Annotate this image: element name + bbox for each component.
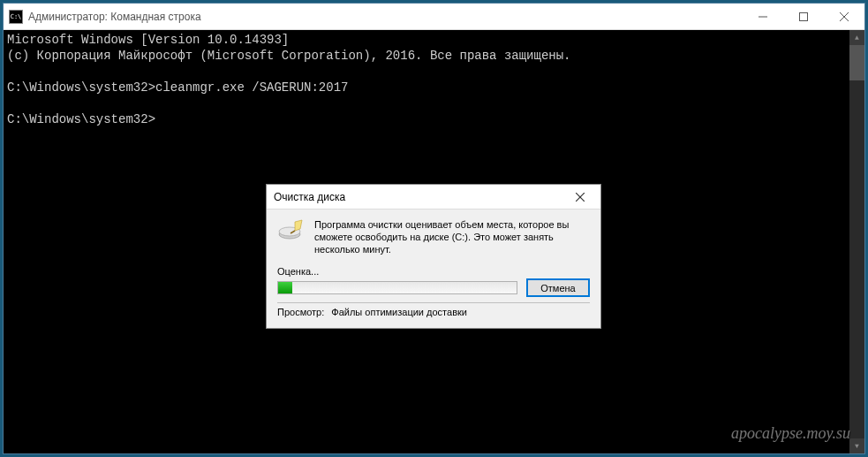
dialog-body: Программа очистки оценивает объем места,…	[267, 209, 600, 328]
progress-row: Отмена	[277, 278, 590, 297]
window-title: Администратор: Командная строка	[28, 11, 743, 23]
scrollbar[interactable]: ▲ ▼	[849, 30, 864, 453]
dialog-titlebar[interactable]: Очистка диска	[267, 185, 600, 209]
dialog-footer: Просмотр: Файлы оптимизации доставки	[277, 302, 590, 317]
svg-rect-1	[800, 12, 808, 20]
close-button[interactable]	[824, 4, 864, 29]
cancel-button[interactable]: Отмена	[526, 278, 590, 297]
scroll-up-button[interactable]: ▲	[849, 30, 864, 45]
footer-value: Файлы оптимизации доставки	[331, 307, 467, 317]
dialog-message: Программа очистки оценивает объем места,…	[314, 218, 590, 255]
console-line: C:\Windows\system32>cleanmgr.exe /SAGERU…	[7, 80, 348, 95]
maximize-button[interactable]	[783, 4, 824, 29]
console-line: Microsoft Windows [Version 10.0.14393]	[7, 33, 289, 47]
cmd-icon: C:\	[9, 10, 23, 24]
progress-bar	[277, 281, 517, 294]
dialog-info-row: Программа очистки оценивает объем места,…	[277, 218, 590, 255]
dialog-close-button[interactable]	[567, 185, 593, 209]
minimize-button[interactable]	[743, 4, 783, 29]
disk-cleanup-icon	[277, 218, 306, 243]
scroll-down-button[interactable]: ▼	[849, 438, 864, 453]
dialog-status-label: Оценка...	[277, 266, 590, 277]
watermark-text: apocalypse.moy.su	[731, 424, 850, 443]
disk-cleanup-dialog: Очистка диска Программа очистки оценивае…	[266, 184, 601, 329]
footer-label: Просмотр:	[277, 307, 324, 317]
titlebar[interactable]: C:\ Администратор: Командная строка	[4, 4, 864, 30]
dialog-title: Очистка диска	[274, 191, 567, 203]
window-controls	[743, 4, 864, 29]
progress-fill	[278, 282, 292, 293]
console-line: C:\Windows\system32>	[7, 112, 155, 126]
scroll-thumb[interactable]	[849, 45, 864, 80]
console-line: (c) Корпорация Майкрософт (Microsoft Cor…	[7, 49, 571, 63]
